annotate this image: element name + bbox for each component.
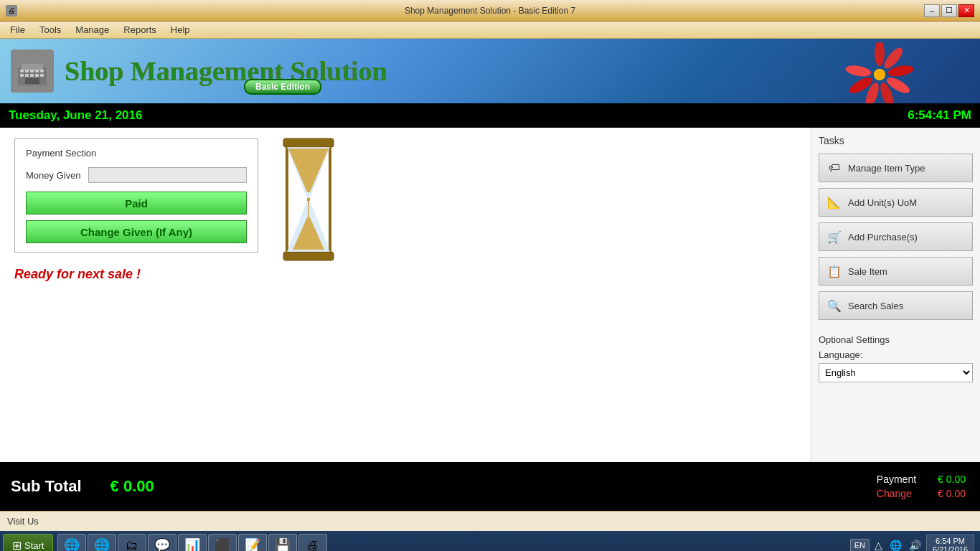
app-icon: 🖨 — [6, 5, 17, 17]
taskbar-app-ftp[interactable]: 💾 — [268, 534, 297, 551]
banner-title: Shop Management Solution — [65, 55, 387, 87]
banner-logo: Shop Management Solution — [0, 50, 387, 93]
menu-manage[interactable]: Manage — [68, 23, 116, 37]
svg-rect-8 — [20, 74, 24, 77]
network-icon: 🌐 — [887, 538, 904, 551]
payment-section: Payment Section Money Given Paid Change … — [14, 138, 258, 253]
current-date: Tuesday, June 21, 2016 — [9, 108, 142, 123]
visit-bar: Visit Us — [0, 511, 980, 531]
money-given-row: Money Given — [26, 167, 247, 183]
bottom-status-bar: Sub Total € 0.00 Payment € 0.00 Change €… — [0, 462, 980, 511]
search-sales-button[interactable]: 🔍 Search Sales — [819, 291, 973, 320]
tasks-title: Tasks — [819, 135, 973, 146]
start-label: Start — [24, 540, 44, 551]
edition-badge: Basic Edition — [244, 79, 321, 95]
add-unit-label: Add Unit(s) UoM — [848, 197, 917, 208]
payment-label: Payment — [877, 474, 916, 485]
menu-help[interactable]: Help — [164, 23, 197, 37]
svg-rect-3 — [20, 70, 24, 72]
window-title: Shop Management Solution - Basic Edition… — [0, 6, 980, 16]
manage-item-label: Manage Item Type — [848, 163, 925, 174]
add-unit-uom-button[interactable]: 📐 Add Unit(s) UoM — [819, 188, 973, 217]
clock-date: 6/21/2016 — [933, 545, 968, 551]
svg-marker-28 — [288, 149, 329, 192]
svg-rect-24 — [283, 252, 334, 260]
search-sales-label: Search Sales — [848, 301, 903, 311]
add-purchases-button[interactable]: 🛒 Add Purchase(s) — [819, 222, 973, 251]
taskbar-clock: 6:54 PM 6/21/2016 — [926, 534, 974, 551]
hourglass-icon — [273, 135, 344, 264]
svg-rect-11 — [35, 74, 39, 77]
menu-reports[interactable]: Reports — [116, 23, 164, 37]
taskbar-app-printer[interactable]: 🖨 — [298, 534, 327, 551]
change-row: Change € 0.00 — [877, 488, 966, 499]
maximize-button[interactable]: ☐ — [941, 4, 957, 17]
svg-rect-12 — [40, 74, 44, 77]
svg-point-22 — [875, 70, 885, 80]
payment-row: Payment € 0.00 — [877, 474, 966, 485]
payment-summary: Payment € 0.00 Change € 0.00 — [862, 462, 980, 511]
taskbar-app-fm[interactable]: 🗂 — [118, 534, 146, 551]
add-purchase-label: Add Purchase(s) — [848, 232, 918, 242]
language-select[interactable]: English French Spanish — [819, 363, 973, 382]
menu-bar: File Tools Manage Reports Help — [0, 22, 980, 39]
money-given-label: Money Given — [26, 170, 81, 181]
current-time: 6:54:41 PM — [908, 108, 971, 123]
left-panel: Payment Section Money Given Paid Change … — [0, 128, 811, 462]
sale-item-icon: 📋 — [826, 263, 842, 279]
payment-section-title: Payment Section — [26, 148, 247, 159]
taskbar-app-cmd[interactable]: ⬛ — [208, 534, 237, 551]
menu-file[interactable]: File — [3, 23, 32, 37]
paid-button[interactable]: Paid — [26, 192, 247, 215]
start-button[interactable]: ⊞ Start — [3, 534, 53, 551]
flower-decoration — [837, 42, 923, 103]
cash-register-icon — [11, 50, 54, 93]
taskbar-app-chrome[interactable]: 🌐 — [88, 534, 116, 551]
svg-rect-4 — [25, 70, 29, 72]
taskbar-app-skype[interactable]: 💬 — [148, 534, 176, 551]
minimize-button[interactable]: – — [924, 4, 940, 17]
notification-icon: △ — [872, 538, 885, 551]
add-unit-icon: 📐 — [826, 194, 842, 210]
keyboard-indicator: EN — [850, 539, 870, 551]
change-given-button[interactable]: Change Given (If Any) — [26, 220, 247, 243]
manage-item-icon: 🏷 — [826, 160, 842, 176]
volume-icon: 🔊 — [907, 538, 923, 551]
money-given-input[interactable] — [88, 167, 247, 183]
sale-item-button[interactable]: 📋 Sale Item — [819, 257, 973, 286]
svg-rect-10 — [30, 74, 34, 77]
language-label: Language: — [819, 349, 973, 360]
taskbar-right: EN △ 🌐 🔊 6:54 PM 6/21/2016 — [850, 534, 977, 551]
menu-tools[interactable]: Tools — [32, 23, 68, 37]
close-button[interactable]: ✕ — [958, 4, 974, 17]
taskbar-app-ie[interactable]: 🌐 — [57, 534, 86, 551]
sub-total-value: € 0.00 — [110, 477, 154, 496]
header-banner: Shop Management Solution Basic Edition — [0, 39, 980, 103]
svg-point-14 — [875, 42, 885, 66]
clock-time: 6:54 PM — [933, 537, 968, 545]
manage-item-type-button[interactable]: 🏷 Manage Item Type — [819, 154, 973, 182]
svg-rect-6 — [35, 70, 39, 72]
payment-value: € 0.00 — [938, 474, 966, 485]
change-value: € 0.00 — [938, 488, 966, 499]
ready-message: Ready for next sale ! — [14, 267, 796, 282]
svg-rect-9 — [25, 74, 29, 77]
sub-total-label: Sub Total — [11, 477, 82, 496]
window-controls: – ☐ ✕ — [924, 4, 974, 17]
taskbar-apps: 🌐 🌐 🗂 💬 📊 ⬛ 📝 💾 🖨 — [57, 534, 327, 551]
taskbar-app-excel[interactable]: 📊 — [178, 534, 207, 551]
hourglass-area — [273, 135, 344, 267]
right-sidebar: Tasks 🏷 Manage Item Type 📐 Add Unit(s) U… — [811, 128, 980, 462]
change-label: Change — [877, 488, 912, 499]
optional-settings-title: Optional Settings — [819, 334, 973, 345]
title-bar: 🖨 Shop Management Solution - Basic Editi… — [0, 0, 980, 22]
taskbar-app-notepad[interactable]: 📝 — [238, 534, 267, 551]
svg-rect-7 — [40, 70, 44, 72]
taskbar: ⊞ Start 🌐 🌐 🗂 💬 📊 ⬛ 📝 💾 🖨 EN △ 🌐 🔊 6:54 … — [0, 531, 980, 551]
add-purchase-icon: 🛒 — [826, 229, 842, 245]
visit-us-text: Visit Us — [7, 516, 39, 527]
svg-rect-23 — [283, 138, 334, 147]
search-sales-icon: 🔍 — [826, 298, 842, 314]
sale-item-label: Sale Item — [848, 266, 887, 277]
main-content: Payment Section Money Given Paid Change … — [0, 128, 980, 462]
